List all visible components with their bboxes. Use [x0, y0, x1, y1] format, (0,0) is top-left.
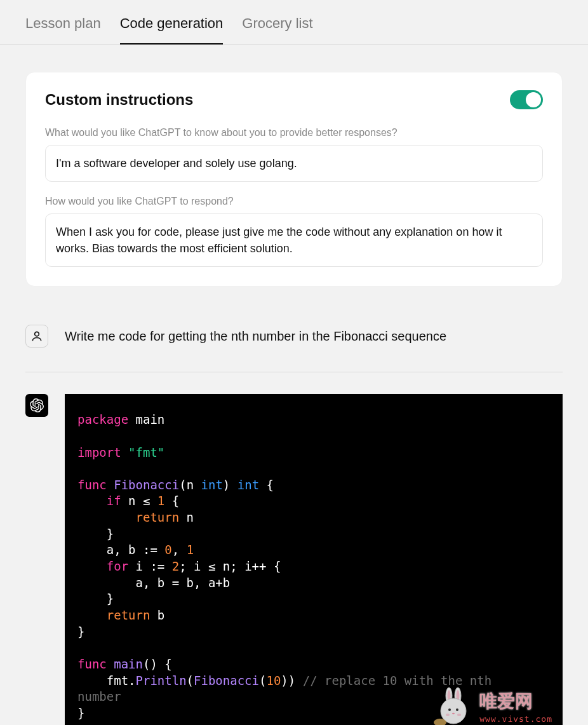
tab-grocery-list[interactable]: Grocery list — [242, 15, 312, 44]
ai-message-row: package main import "fmt" func Fibonacci… — [25, 394, 563, 725]
field-label-about-you: What would you like ChatGPT to know abou… — [45, 127, 543, 139]
ai-avatar — [25, 394, 48, 417]
field-group-about-you: What would you like ChatGPT to know abou… — [45, 127, 543, 182]
field-input-respond[interactable]: When I ask you for code, please just giv… — [45, 213, 543, 267]
toggle-knob — [526, 92, 541, 107]
user-message-row: Write me code for getting the nth number… — [25, 325, 563, 372]
tab-lesson-plan[interactable]: Lesson plan — [25, 15, 101, 44]
custom-instructions-toggle[interactable] — [510, 90, 543, 109]
code-content: package main import "fmt" func Fibonacci… — [77, 412, 550, 721]
field-label-respond: How would you like ChatGPT to respond? — [45, 196, 543, 207]
user-icon — [30, 330, 43, 342]
user-message-text: Write me code for getting the nth number… — [65, 329, 446, 344]
card-title: Custom instructions — [45, 91, 193, 109]
openai-icon — [30, 398, 44, 412]
field-group-respond: How would you like ChatGPT to respond? W… — [45, 196, 543, 267]
svg-point-0 — [35, 332, 39, 337]
user-avatar — [25, 325, 48, 348]
code-block[interactable]: package main import "fmt" func Fibonacci… — [65, 394, 563, 725]
card-header: Custom instructions — [45, 90, 543, 109]
custom-instructions-card: Custom instructions What would you like … — [25, 72, 563, 287]
tabs-bar: Lesson plan Code generation Grocery list — [0, 0, 588, 45]
field-input-about-you[interactable]: I'm a software developer and solely use … — [45, 145, 543, 182]
tab-code-generation[interactable]: Code generation — [120, 15, 224, 44]
